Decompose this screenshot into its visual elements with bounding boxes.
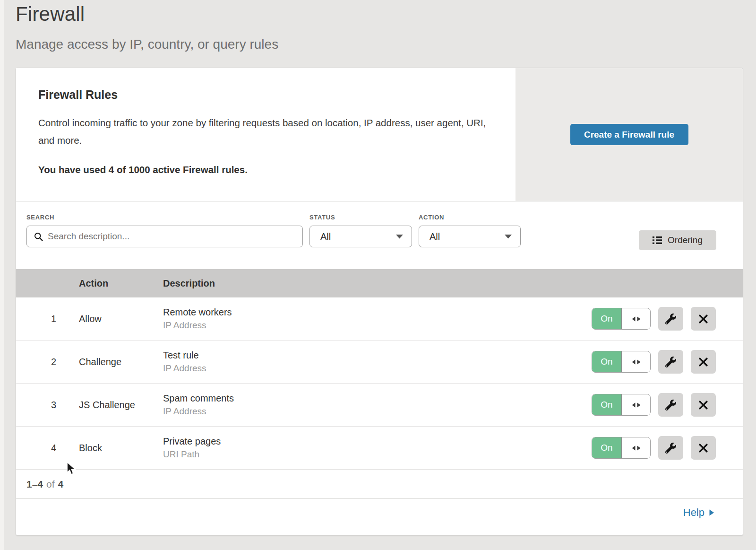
intro-text-panel: Firewall Rules Control incoming traffic … bbox=[16, 68, 515, 201]
page-header: Firewall Manage access by IP, country, o… bbox=[0, 0, 756, 52]
toggle-on-label: On bbox=[592, 351, 622, 372]
status-filter-group: STATUS All bbox=[309, 214, 412, 269]
search-label: SEARCH bbox=[26, 214, 303, 221]
status-selected-value: All bbox=[320, 231, 395, 242]
pagination-of: of bbox=[46, 479, 55, 490]
rule-description: Remote workers bbox=[163, 307, 592, 318]
toggle-handle-icon[interactable] bbox=[622, 308, 650, 329]
action-filter-group: ACTION All bbox=[419, 214, 521, 269]
edit-rule-button[interactable] bbox=[658, 350, 683, 374]
search-input[interactable] bbox=[48, 231, 296, 242]
pagination: 1–4 of 4 bbox=[16, 470, 743, 499]
delete-rule-button[interactable] bbox=[691, 436, 716, 460]
wrench-icon bbox=[665, 357, 676, 367]
rule-priority: 4 bbox=[16, 443, 79, 454]
create-rule-panel: Create a Firewall rule bbox=[515, 68, 743, 201]
search-icon bbox=[34, 232, 43, 242]
wrench-icon bbox=[665, 443, 676, 454]
delete-rule-button[interactable] bbox=[691, 307, 716, 331]
status-select[interactable]: All bbox=[309, 226, 412, 247]
rule-action: JS Challenge bbox=[79, 400, 163, 410]
close-icon bbox=[698, 357, 708, 367]
edit-rule-button[interactable] bbox=[658, 307, 683, 331]
table-row: 2 Challenge Test rule IP Address On bbox=[16, 340, 743, 384]
rule-enabled-toggle[interactable]: On bbox=[592, 437, 651, 459]
ordering-button-label: Ordering bbox=[668, 235, 703, 245]
edit-rule-button[interactable] bbox=[658, 393, 683, 417]
action-selected-value: All bbox=[430, 231, 504, 242]
toggle-on-label: On bbox=[592, 394, 622, 415]
rule-enabled-toggle[interactable]: On bbox=[592, 308, 651, 330]
rule-action: Allow bbox=[79, 314, 163, 324]
delete-rule-button[interactable] bbox=[691, 350, 716, 374]
rule-description: Test rule bbox=[163, 350, 592, 361]
toggle-handle-icon[interactable] bbox=[622, 437, 650, 458]
close-icon bbox=[698, 314, 708, 324]
pagination-total: 4 bbox=[58, 479, 64, 490]
table-row: 1 Allow Remote workers IP Address On bbox=[16, 297, 743, 340]
ordering-button[interactable]: Ordering bbox=[639, 230, 716, 250]
help-link[interactable]: Help bbox=[683, 506, 714, 519]
pagination-range: 1–4 bbox=[26, 479, 43, 490]
chevron-down-icon bbox=[504, 234, 512, 239]
status-label: STATUS bbox=[309, 214, 412, 221]
usage-summary: You have used 4 of 1000 active Firewall … bbox=[38, 164, 492, 175]
close-icon bbox=[698, 400, 708, 410]
wrench-icon bbox=[665, 314, 676, 324]
toggle-on-label: On bbox=[592, 437, 622, 458]
edit-rule-button[interactable] bbox=[658, 436, 683, 460]
table-header: Action Description bbox=[16, 269, 743, 297]
wrench-icon bbox=[665, 400, 676, 410]
rule-match-type: IP Address bbox=[163, 320, 592, 331]
toggle-on-label: On bbox=[592, 308, 622, 329]
table-row: 3 JS Challenge Spam comments IP Address … bbox=[16, 384, 743, 427]
chevron-down-icon bbox=[395, 234, 404, 239]
rule-enabled-toggle[interactable]: On bbox=[592, 394, 651, 416]
rule-enabled-toggle[interactable]: On bbox=[592, 351, 651, 373]
column-header-action: Action bbox=[79, 278, 163, 289]
column-header-description: Description bbox=[163, 278, 743, 289]
rule-priority: 3 bbox=[16, 400, 79, 410]
arrow-right-icon bbox=[709, 509, 714, 516]
rule-description: Spam comments bbox=[163, 393, 592, 404]
rule-action: Challenge bbox=[79, 357, 163, 367]
help-link-label: Help bbox=[683, 506, 704, 519]
window-edge bbox=[0, 0, 4, 550]
rule-priority: 2 bbox=[16, 357, 79, 367]
rule-priority: 1 bbox=[16, 314, 79, 324]
page-subtitle: Manage access by IP, country, or query r… bbox=[16, 37, 756, 52]
delete-rule-button[interactable] bbox=[691, 393, 716, 417]
create-firewall-rule-button[interactable]: Create a Firewall rule bbox=[570, 124, 688, 145]
rule-match-type: URI Path bbox=[163, 449, 592, 460]
rule-match-type: IP Address bbox=[163, 406, 592, 417]
search-filter-group: SEARCH bbox=[26, 214, 303, 269]
close-icon bbox=[698, 443, 708, 453]
action-select[interactable]: All bbox=[419, 226, 521, 247]
page-title: Firewall bbox=[16, 3, 756, 26]
search-box[interactable] bbox=[26, 226, 303, 247]
section-description: Control incoming traffic to your zone by… bbox=[38, 114, 487, 149]
intro-section: Firewall Rules Control incoming traffic … bbox=[16, 68, 743, 201]
filter-bar: SEARCH STATUS All ACTION All bbox=[16, 201, 743, 269]
rule-match-type: IP Address bbox=[163, 363, 592, 374]
list-ordering-icon bbox=[653, 236, 662, 244]
section-heading: Firewall Rules bbox=[38, 88, 492, 102]
rule-description: Private pages bbox=[163, 436, 592, 447]
table-row: 4 Block Private pages URI Path On bbox=[16, 427, 743, 470]
toggle-handle-icon[interactable] bbox=[622, 351, 650, 372]
help-row: Help bbox=[16, 499, 743, 526]
toggle-handle-icon[interactable] bbox=[622, 394, 650, 415]
action-label: ACTION bbox=[419, 214, 521, 221]
rule-action: Block bbox=[79, 443, 163, 454]
firewall-rules-card: Firewall Rules Control incoming traffic … bbox=[16, 68, 743, 536]
